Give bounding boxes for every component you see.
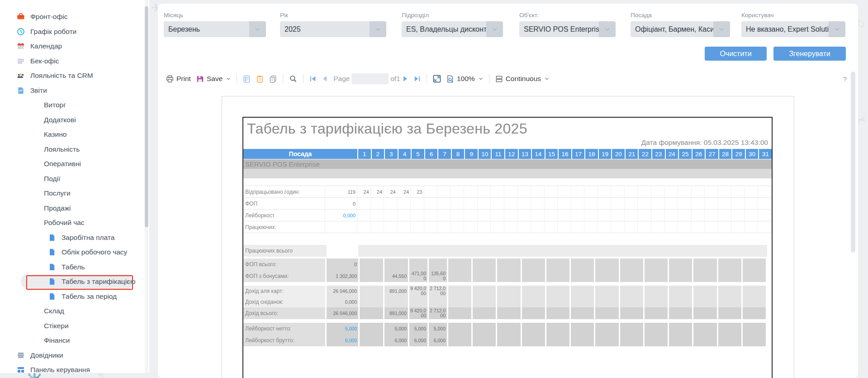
day-cell: [584, 186, 598, 197]
summary-cell: [669, 258, 692, 270]
search-button[interactable]: [289, 75, 297, 83]
day-cell: [371, 210, 384, 221]
sidebar-nav: Фронт-офіс Графік роботи Календар Бек-оф…: [0, 0, 149, 378]
sidebar-item-label: Фінанси: [44, 336, 70, 345]
sidebar-item-заробітна-плата[interactable]: Заробітна плата: [0, 230, 149, 245]
summary-row: ФОП з бонусами:1 302,30044,550471,000135…: [243, 270, 767, 282]
summary-cell: [595, 245, 618, 257]
filter-select[interactable]: ES, Владельцы дисконтных: [402, 21, 503, 37]
generate-button[interactable]: Згенерувати: [773, 47, 846, 61]
previous-page-button[interactable]: [322, 76, 327, 82]
summary-cell: [448, 307, 471, 319]
sidebar-item-казино[interactable]: Казино: [0, 127, 149, 142]
page-count: of1: [390, 75, 400, 83]
copy-button[interactable]: [269, 75, 277, 83]
help-button[interactable]: ?: [843, 75, 847, 83]
summary-cell: [595, 286, 618, 297]
summary-cell: [473, 335, 496, 346]
clear-button[interactable]: Очистити: [705, 47, 767, 61]
sidebar-item-довідники[interactable]: Довідники: [0, 348, 149, 363]
report-generated-date: Дата формування: 05.03.2025 13:43:00: [641, 139, 768, 147]
sidebar-item-label: Бек-офіс: [30, 57, 59, 65]
sidebar-item-робочий-час[interactable]: Робочий час: [0, 215, 149, 230]
last-page-button[interactable]: [414, 76, 421, 82]
header-day-cell: 10: [479, 149, 491, 159]
summary-cell: [360, 297, 383, 307]
clipboard-button[interactable]: ?: [256, 75, 264, 83]
day-cell: [584, 221, 598, 233]
sidebar-item-табель-з-тарифікацією[interactable]: Табель з тарифікацією: [0, 274, 149, 289]
summary-cell: [718, 297, 741, 307]
sidebar-item-табель-за-період[interactable]: Табель за період: [0, 289, 149, 304]
filter-select[interactable]: Офіціант, Бармен, Касир, Сі: [631, 21, 730, 37]
toolbar-separator: [489, 74, 489, 83]
sidebar-item-оперативні[interactable]: Оперативні: [0, 157, 149, 172]
sidebar-item-label: Склад: [44, 307, 64, 315]
header-day-cell: 6: [425, 149, 438, 159]
sidebar-item-звіти[interactable]: Звіти: [0, 83, 149, 98]
sidebar-scrollbar[interactable]: [145, 0, 148, 373]
printer-icon: [166, 75, 174, 83]
filter-group: Користувач Не вказано, Expert Solution: [741, 12, 845, 37]
layout-value: Continuous: [506, 75, 541, 83]
chevron-down-icon: [545, 77, 549, 81]
panel-scrollbar-thumb[interactable]: [851, 72, 855, 253]
filter-select[interactable]: Не вказано, Expert Solution: [741, 21, 845, 37]
sidebar-item-продажі[interactable]: Продажі: [0, 201, 149, 216]
fullscreen-button[interactable]: [433, 75, 441, 83]
day-cell: [692, 210, 705, 221]
sidebar-item-табель[interactable]: Табель: [0, 260, 149, 275]
sidebar-item-послуги[interactable]: Послуги: [0, 186, 149, 201]
summary-cell: [497, 245, 520, 257]
hours-row: Відпрацьовано годин:1192424242423: [243, 186, 772, 198]
report-parameters-button[interactable]: [243, 75, 251, 83]
summary-cell: [620, 307, 643, 319]
sidebar-item-календар[interactable]: Календар: [0, 39, 149, 54]
sidebar-item-label: Звіти: [30, 86, 47, 95]
filter-group: Підрозділ ES, Владельцы дисконтных: [402, 12, 503, 37]
sidebar-item-лояльність-та-crm[interactable]: Лояльність та CRM: [0, 68, 149, 83]
filter-value: Не вказано, Expert Solution: [746, 25, 837, 33]
sidebar-item-лояльність[interactable]: Лояльність: [0, 142, 149, 157]
day-cell: [451, 198, 465, 209]
clock-icon: [17, 28, 25, 36]
layout-select[interactable]: Continuous: [495, 75, 549, 83]
sidebar-item-склад[interactable]: Склад: [0, 304, 149, 319]
sidebar-item-фінанси[interactable]: Фінанси: [0, 333, 149, 348]
summary-cell: [546, 323, 569, 335]
hours-row: ФОП0: [243, 198, 772, 210]
header-day-cell: 19: [599, 149, 612, 159]
hours-section: Відпрацьовано годин:1192424242423ФОП0Лей…: [243, 186, 772, 233]
sidebar-item-бек-офіс[interactable]: Бек-офіс: [0, 54, 149, 69]
filter-select[interactable]: SERVIO POS Enterprise: [519, 21, 616, 37]
row-label: Дохід сніданок:: [243, 297, 325, 307]
summary-cell: [595, 307, 618, 319]
sidebar-item-додаткові[interactable]: Додаткові: [0, 113, 149, 128]
sidebar-scrollbar-thumb[interactable]: [145, 6, 148, 227]
summary-cell: [522, 335, 545, 346]
day-cell: [625, 210, 638, 221]
summary-cell: [522, 323, 545, 335]
sidebar-item-події[interactable]: Події: [0, 172, 149, 187]
summary-cell: [448, 270, 471, 282]
print-button[interactable]: Print: [166, 75, 191, 83]
next-page-button[interactable]: [403, 76, 408, 82]
day-cell: [611, 210, 625, 221]
filter-select[interactable]: 2025: [280, 21, 386, 37]
summary-cell: [595, 297, 618, 307]
day-cell: [598, 210, 612, 221]
day-cell: [611, 221, 625, 233]
sidebar-item-панель-керування[interactable]: Панель керування: [0, 363, 149, 378]
save-button[interactable]: Save: [196, 75, 231, 83]
row-label: ФОП: [243, 198, 325, 209]
zoom-select[interactable]: 100%: [446, 75, 483, 83]
sidebar-item-виторг[interactable]: Виторг: [0, 98, 149, 113]
summary-cell: [693, 245, 716, 257]
sidebar-item-фронт-офіс[interactable]: Фронт-офіс: [0, 10, 149, 24]
sidebar-item-графік-роботи[interactable]: Графік роботи: [0, 24, 149, 39]
filter-select[interactable]: Березень: [164, 21, 266, 37]
sidebar-item-стікери[interactable]: Стікери: [0, 319, 149, 334]
sidebar-item-облік-робочого-часу[interactable]: Облік робочого часу: [0, 245, 149, 260]
first-page-button[interactable]: [309, 76, 316, 82]
page-number-input[interactable]: [351, 73, 389, 84]
